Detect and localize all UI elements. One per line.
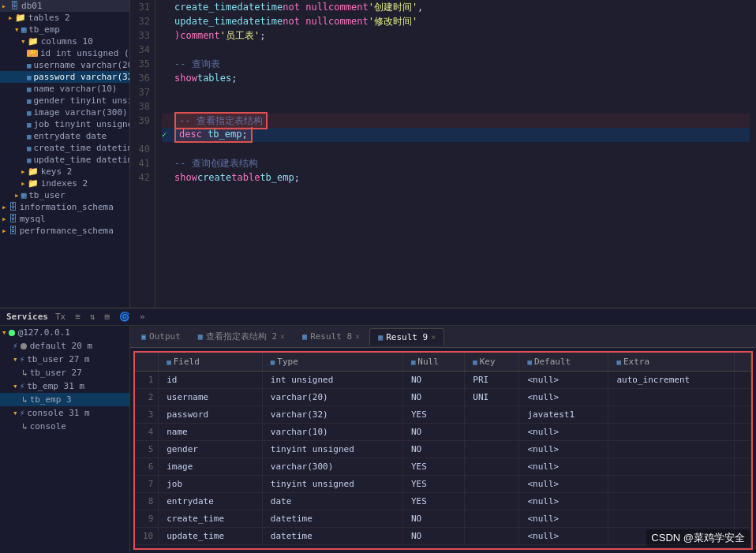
- tab-result9[interactable]: ▦ Result 9 ×: [369, 328, 444, 346]
- cell-default: <null>: [519, 528, 608, 545]
- table-row[interactable]: 6 image varchar(300) YES <null>: [135, 458, 751, 476]
- tree-col-id[interactable]: 🔑 id int unsigned (auto increm: [0, 47, 129, 59]
- cell-extra: [608, 528, 735, 545]
- col-header-type[interactable]: ▦Type: [262, 353, 402, 372]
- col-header-sort[interactable]: [735, 353, 751, 372]
- tree-tb_user[interactable]: ▸ ▦ tb_user: [0, 189, 129, 201]
- type-col-icon: ▦: [271, 358, 275, 366]
- tab-table-struct[interactable]: ▦ 查看指定表结构 2 ×: [190, 327, 293, 346]
- tab-result8-label: Result 8: [310, 331, 352, 342]
- col-header-null[interactable]: ▦Null: [402, 353, 464, 372]
- tab-table-struct-close[interactable]: ×: [280, 332, 285, 341]
- srv-console-group[interactable]: ▾ ⚡ console 31 m: [0, 406, 129, 420]
- cell-default: javatest1: [519, 406, 608, 424]
- code-text-area[interactable]: create_time datetime not null comment '创…: [155, 0, 756, 308]
- cell-default: <null>: [519, 476, 608, 493]
- toolbar-list-btn[interactable]: ≡: [73, 311, 83, 323]
- col-header-key[interactable]: ▦Key: [465, 353, 519, 372]
- srv-tb_emp-group[interactable]: ▾ ⚡ tb_emp 31 m: [0, 379, 129, 393]
- tree-tables[interactable]: ▸ 📁 tables 2: [0, 12, 129, 24]
- cell-default: <null>: [519, 389, 608, 406]
- toolbar-tx-btn[interactable]: Tx: [53, 311, 68, 323]
- col-header-num: [135, 353, 159, 372]
- tree-mysql[interactable]: ▸ 🗄 mysql: [0, 213, 129, 225]
- cell-extra: [608, 476, 735, 493]
- tree-performance_schema[interactable]: ▸ 🗄 performance_schema: [0, 225, 129, 237]
- col-header-default[interactable]: ▦Default: [519, 353, 608, 372]
- tree-col-username-label: username varchar(20): [33, 60, 130, 70]
- table-row[interactable]: 9 create_time datetime NO <null>: [135, 510, 751, 528]
- row-num: 5: [135, 441, 159, 458]
- toolbar-expand-btn[interactable]: »: [137, 311, 148, 323]
- tree-col-gender-label: gender tinyint unsigned: [33, 95, 130, 106]
- row-num: 9: [135, 510, 159, 528]
- toolbar-grid-btn[interactable]: ⊞: [102, 311, 112, 323]
- tb_user-table-icon: ▦: [21, 190, 27, 200]
- tree-col-id-label: id int unsigned (auto increm: [40, 48, 130, 58]
- tree-indexes[interactable]: ▸ 📁 indexes 2: [0, 177, 129, 189]
- srv-tb_emp-sub[interactable]: ↳ tb_emp 3: [0, 393, 129, 406]
- tree-keys[interactable]: ▸ 📁 keys 2: [0, 166, 129, 177]
- tab-result9-close[interactable]: ×: [431, 333, 436, 342]
- table-body: 1 id int unsigned NO PRI <null> auto_inc…: [135, 372, 751, 545]
- tree-col-password-label: password varchar(32) = jav: [33, 72, 130, 82]
- table-row[interactable]: 4 name varchar(10) NO <null>: [135, 424, 751, 441]
- tree-col-gender[interactable]: ▦ gender tinyint unsigned: [0, 95, 129, 106]
- srv-tb_user-sub[interactable]: ↳ tb_user 27: [0, 366, 129, 379]
- toolbar-wind-btn[interactable]: 🌀: [117, 311, 133, 323]
- cell-key: [465, 424, 519, 441]
- cell-extra: [608, 424, 735, 441]
- toolbar-arrows-btn[interactable]: ⇅: [88, 311, 98, 323]
- col-icon-job: ▦: [27, 121, 31, 129]
- cell-default: <null>: [519, 458, 608, 476]
- cell-null: YES: [402, 493, 464, 510]
- tree-col-update_time[interactable]: ▦ update_time datetime: [0, 154, 129, 166]
- cell-default: <null>: [519, 372, 608, 389]
- tree-col-name[interactable]: ▦ name varchar(10): [0, 83, 129, 95]
- cell-type: datetime: [262, 528, 402, 545]
- cell-extra: auto_increment: [608, 372, 735, 389]
- table-row[interactable]: 5 gender tinyint unsigned NO <null>: [135, 441, 751, 458]
- perf-expand-icon: ▸: [2, 226, 7, 236]
- tree-columns[interactable]: ▾ 📁 columns 10: [0, 35, 129, 47]
- table-row[interactable]: 8 entrydate date YES <null>: [135, 493, 751, 510]
- table-row[interactable]: 2 username varchar(20) NO UNI <null>: [135, 389, 751, 406]
- srv-console-sub-label: console: [30, 421, 66, 432]
- row-num: 7: [135, 476, 159, 493]
- cell-sort: [735, 476, 751, 493]
- srv-conn1[interactable]: ▾ @127.0.0.1: [0, 326, 129, 339]
- cell-sort: [735, 406, 751, 424]
- tree-col-create_time[interactable]: ▦ create_time datetime: [0, 142, 129, 154]
- srv-default[interactable]: ⚡ default 20 m: [0, 339, 129, 353]
- tree-col-username[interactable]: ▦ username varchar(20): [0, 59, 129, 71]
- table-row[interactable]: 3 password varchar(32) YES javatest1: [135, 406, 751, 424]
- cell-type: int unsigned: [262, 372, 402, 389]
- tree-information_schema[interactable]: ▸ 🗄 information_schema: [0, 201, 129, 213]
- tree-db01[interactable]: ▸ 🗄 db01: [0, 0, 129, 12]
- tb_emp-sub-icon: ↳: [22, 394, 28, 405]
- tree-tb_emp[interactable]: ▾ ▦ tb_emp: [0, 24, 129, 35]
- cell-sort: [735, 424, 751, 441]
- table-row[interactable]: 7 job tinyint unsigned YES <null>: [135, 476, 751, 493]
- tree-col-job[interactable]: ▦ job tinyint unsigned: [0, 118, 129, 130]
- tree-col-image[interactable]: ▦ image varchar(300): [0, 106, 129, 118]
- cell-default: <null>: [519, 424, 608, 441]
- table-row[interactable]: 1 id int unsigned NO PRI <null> auto_inc…: [135, 372, 751, 389]
- col-header-extra[interactable]: ▦Extra: [608, 353, 735, 372]
- srv-console-sub[interactable]: ↳ console: [0, 420, 129, 433]
- tree-col-password[interactable]: ▦ password varchar(32) = jav: [0, 71, 129, 83]
- tree-col-entrydate[interactable]: ▦ entrydate date: [0, 130, 129, 142]
- code-editor: 31 32 33 34 35 36 37 38 39 40 41 42 crea…: [130, 0, 756, 308]
- tab-result8[interactable]: ▦ Result 8 ×: [294, 328, 368, 345]
- code-line-39a: -- 查看指定表结构: [162, 114, 750, 128]
- col-header-field[interactable]: ▦Field: [159, 353, 263, 372]
- tab-result8-close[interactable]: ×: [355, 332, 360, 341]
- srv-tb_user-group[interactable]: ▾ ⚡ tb_user 27 m: [0, 353, 129, 366]
- output-icon: ▣: [141, 332, 146, 341]
- columns-expand-icon: ▾: [21, 36, 26, 47]
- tree-tables-label: tables 2: [28, 13, 70, 23]
- cell-null: YES: [402, 406, 464, 424]
- extra-col-icon: ▦: [616, 358, 620, 366]
- tab-output[interactable]: ▣ Output: [133, 328, 189, 345]
- table-row[interactable]: 10 update_time datetime NO <null>: [135, 528, 751, 545]
